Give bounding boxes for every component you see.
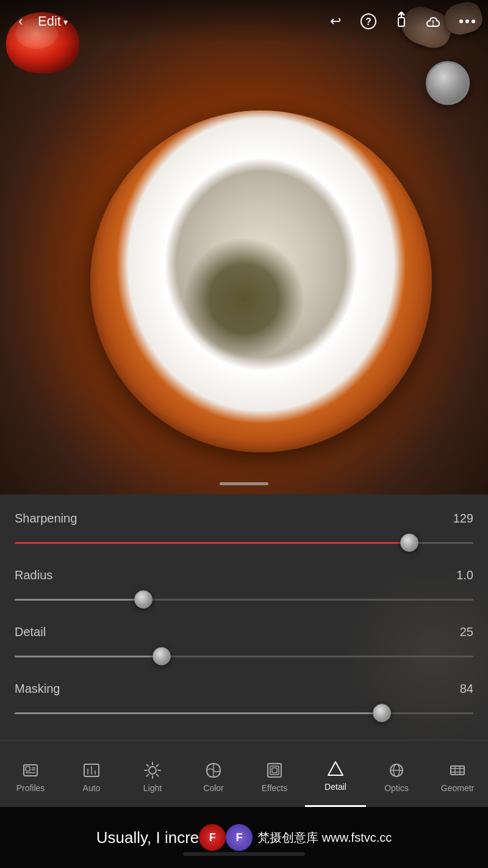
svg-text:?: ? (365, 16, 371, 27)
masking-slider-row: Masking 84 (15, 682, 473, 722)
sharpening-fill (15, 542, 409, 544)
herbs-garnish (183, 237, 305, 360)
svg-rect-27 (270, 766, 279, 775)
svg-rect-33 (451, 766, 464, 775)
masking-track-container[interactable] (15, 704, 473, 722)
radius-label: Radius (15, 568, 52, 582)
back-button[interactable]: ‹ (10, 10, 32, 32)
svg-line-24 (147, 774, 149, 776)
nav-left: ‹ Edit ▾ (10, 10, 68, 32)
geometry-icon (448, 761, 467, 779)
color-tab-label: Color (203, 783, 223, 793)
effects-tab-label: Effects (262, 783, 288, 793)
share-icon (393, 12, 410, 31)
watermark-logo-1: F (199, 824, 226, 851)
sharpening-track (15, 542, 473, 544)
drag-handle[interactable] (220, 482, 268, 485)
detail-thumb[interactable] (152, 647, 171, 665)
svg-line-21 (147, 764, 149, 766)
detail-header: Detail 25 (15, 625, 473, 639)
optics-tab-label: Optics (384, 783, 409, 793)
svg-line-23 (157, 764, 159, 766)
edit-menu-button[interactable]: Edit ▾ (38, 13, 68, 29)
svg-text:!: ! (432, 19, 434, 27)
more-options-button[interactable] (456, 10, 478, 32)
tab-profiles[interactable]: Profiles (0, 740, 61, 807)
svg-marker-29 (328, 762, 343, 775)
svg-rect-28 (272, 768, 277, 773)
auto-icon (82, 761, 101, 779)
edit-label-text: Edit (38, 13, 61, 29)
sharpening-slider-row: Sharpening 129 (15, 512, 473, 551)
svg-rect-2 (398, 18, 404, 26)
svg-point-6 (472, 20, 475, 23)
masking-fill (15, 712, 382, 714)
masking-track (15, 712, 473, 714)
radius-track (15, 599, 473, 601)
undo-button[interactable]: ↩ (325, 10, 346, 32)
tab-geometry[interactable]: Geometr (427, 740, 488, 807)
profiles-icon (21, 761, 40, 779)
radius-header: Radius 1.0 (15, 568, 473, 582)
help-icon: ? (360, 13, 377, 30)
more-icon (458, 13, 477, 30)
masking-value: 84 (460, 682, 473, 696)
radius-fill (15, 599, 143, 601)
detail-track (15, 656, 473, 657)
light-icon (143, 761, 162, 779)
subtitle-bar: Usually, I incre F F 梵摄创意库 www.fstvc.cc (0, 807, 488, 868)
help-button[interactable]: ? (357, 10, 379, 32)
detail-track-container[interactable] (15, 648, 473, 665)
sharpening-value: 129 (453, 512, 473, 526)
tab-auto[interactable]: Auto (61, 740, 122, 807)
watermark-logo-2: F (226, 824, 253, 851)
profiles-tab-label: Profiles (16, 783, 45, 793)
tab-optics[interactable]: Optics (366, 740, 427, 807)
radius-track-container[interactable] (15, 591, 473, 608)
svg-point-5 (465, 20, 469, 23)
sharpening-label: Sharpening (15, 512, 77, 526)
nav-right: ↩ ? ! (325, 10, 478, 32)
top-navigation: ‹ Edit ▾ ↩ ? (0, 0, 488, 43)
masking-thumb[interactable] (373, 704, 391, 722)
radius-slider-row: Radius 1.0 (15, 568, 473, 608)
sliders-container: Sharpening 129 Radius 1.0 (0, 494, 488, 751)
tab-bar: Profiles Auto (0, 740, 488, 807)
share-button[interactable] (390, 10, 412, 32)
tab-light[interactable]: Light (122, 740, 183, 807)
dropdown-arrow-icon: ▾ (63, 17, 68, 27)
effects-icon (265, 761, 284, 779)
tab-detail[interactable]: Detail (305, 740, 366, 807)
sharpening-thumb[interactable] (400, 533, 418, 552)
detail-label: Detail (15, 625, 46, 639)
masking-header: Masking 84 (15, 682, 473, 696)
back-icon: ‹ (18, 13, 23, 29)
watermark: F F 梵摄创意库 www.fstvc.cc (199, 824, 392, 851)
svg-point-16 (149, 767, 156, 774)
svg-line-22 (157, 774, 159, 776)
svg-rect-8 (26, 767, 30, 771)
optics-icon (387, 761, 406, 779)
watermark-label: 梵摄创意库 www.fstvc.cc (257, 830, 392, 846)
tab-color[interactable]: Color (183, 740, 244, 807)
tab-effects[interactable]: Effects (244, 740, 305, 807)
cloud-warning-icon: ! (425, 13, 444, 30)
subtitle-text: Usually, I incre (96, 828, 199, 847)
detail-tab-label: Detail (325, 782, 346, 792)
photo-background (0, 0, 488, 494)
soup-bowl (90, 110, 432, 452)
detail-value: 25 (460, 625, 473, 639)
radius-thumb[interactable] (134, 590, 152, 609)
photo-area: ‹ Edit ▾ ↩ ? (0, 0, 488, 494)
detail-fill (15, 656, 162, 657)
cloud-sync-button[interactable]: ! (423, 10, 445, 32)
detail-slider-row: Detail 25 (15, 625, 473, 665)
detail-icon (326, 760, 345, 778)
undo-icon: ↩ (330, 13, 341, 29)
sharpening-track-container[interactable] (15, 534, 473, 551)
color-icon (204, 761, 223, 779)
light-tab-label: Light (143, 783, 162, 793)
masking-label: Masking (15, 682, 60, 696)
radial-tool-button[interactable] (426, 61, 470, 105)
auto-tab-label: Auto (83, 783, 101, 793)
